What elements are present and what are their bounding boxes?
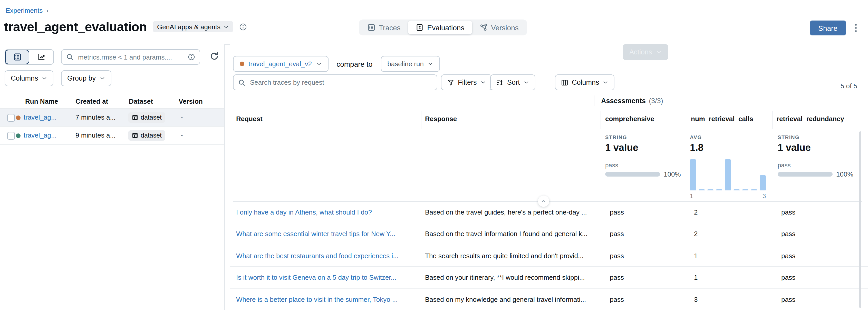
vertical-scrollbar[interactable] — [859, 131, 861, 308]
baseline-run-label: baseline run — [387, 60, 424, 68]
trace-columns-button[interactable]: Columns — [555, 74, 615, 90]
chart-view-toggle[interactable] — [29, 50, 53, 64]
tab-versions[interactable]: Versions — [472, 21, 526, 34]
sort-label: Sort — [507, 79, 520, 86]
dataset-chip[interactable]: dataset — [128, 113, 165, 123]
trace-search-input[interactable] — [249, 78, 432, 87]
histogram-axis: 1 3 — [690, 192, 766, 200]
baseline-run-dropdown[interactable]: baseline run — [381, 56, 440, 72]
assessments-count: (3/3) — [649, 97, 663, 104]
divider — [600, 111, 601, 129]
sort-icon — [496, 79, 503, 86]
column-header-request[interactable]: Request — [236, 115, 262, 123]
retrieval-redundancy-value: pass — [781, 289, 795, 310]
runs-header-dataset: Dataset — [129, 97, 153, 105]
filters-label: Filters — [458, 79, 477, 86]
summary-retrieval-redundancy: STRING 1 value pass 100% — [778, 134, 854, 178]
summary-num-retrieval-calls: AVG 1.8 1 3 — [690, 134, 766, 200]
list-view-toggle[interactable] — [5, 50, 29, 64]
versions-icon — [480, 24, 487, 31]
bar-label: pass — [778, 162, 854, 169]
response-cell: Based on your itinerary, **I would recom… — [425, 267, 585, 288]
compare-to-label: compare to — [337, 60, 372, 68]
dataset-icon — [132, 132, 138, 138]
kebab-menu-icon[interactable] — [851, 21, 861, 35]
response-cell: Based on the travel information I found … — [425, 223, 587, 245]
share-button[interactable]: Share — [810, 21, 846, 35]
run-checkbox[interactable] — [7, 132, 15, 140]
tab-traces[interactable]: Traces — [360, 21, 408, 34]
request-link[interactable]: Is it worth it to visit Geneva on a 5 da… — [236, 267, 396, 288]
run-version: - — [181, 109, 183, 126]
histogram-bar — [699, 189, 705, 190]
trace-row[interactable]: What are some essential winter travel ti… — [230, 223, 868, 245]
column-header-response[interactable]: Response — [425, 115, 457, 123]
view-tabs: Traces Evaluations Versions — [359, 20, 527, 35]
num-retrieval-calls-value: 2 — [694, 223, 698, 245]
breadcrumb-separator: › — [46, 7, 49, 14]
evaluations-panel: travel_agent_eval_v2 compare to baseline… — [230, 44, 868, 310]
histogram-bar — [751, 189, 757, 190]
run-checkbox[interactable] — [7, 114, 15, 122]
info-icon[interactable] — [188, 53, 195, 61]
response-cell: The search results are quite limited and… — [425, 245, 584, 267]
retrieval-redundancy-value: pass — [781, 245, 795, 267]
breadcrumb-experiments-link[interactable]: Experiments — [6, 7, 43, 14]
sort-button[interactable]: Sort — [490, 74, 535, 90]
breadcrumb: Experiments › — [6, 7, 49, 14]
experiment-type-label: GenAI apps & agents — [157, 23, 220, 31]
assessments-title: Assessments — [601, 97, 646, 104]
run-select-dropdown[interactable]: travel_agent_eval_v2 — [233, 56, 328, 72]
column-header-retrieval-redundancy[interactable]: retrieval_redundancy — [777, 115, 844, 123]
trace-row[interactable]: I only have a day in Athens, what should… — [230, 202, 868, 223]
runs-group-by-button[interactable]: Group by — [61, 70, 111, 86]
histogram-bar — [742, 189, 748, 190]
search-icon — [66, 53, 73, 61]
divider — [0, 144, 224, 145]
run-created-at: 7 minutes a... — [75, 109, 116, 126]
list-view-icon — [13, 53, 21, 61]
retrieval-redundancy-value: pass — [781, 202, 795, 223]
chevron-down-icon — [316, 61, 321, 67]
trace-row[interactable]: What are the best restaurants and food e… — [230, 245, 868, 267]
request-link[interactable]: What are the best restaurants and food e… — [236, 245, 399, 267]
num-retrieval-calls-value: 1 — [694, 267, 698, 288]
stat-value: 1 value — [605, 142, 681, 153]
experiment-type-badge[interactable]: GenAI apps & agents — [153, 21, 233, 32]
run-row[interactable]: travel_ag... 7 minutes a... dataset - — [0, 109, 224, 126]
run-name-link[interactable]: travel_ag... — [24, 127, 57, 144]
column-header-num-retrieval-calls[interactable]: num_retrieval_calls — [691, 115, 753, 123]
column-header-comprehensive[interactable]: comprehensive — [605, 115, 654, 123]
response-cell: Based on the travel guides, here's a per… — [425, 202, 587, 223]
dataset-chip-label: dataset — [141, 114, 162, 121]
tab-evaluations[interactable]: Evaluations — [408, 21, 472, 34]
request-link[interactable]: What are some essential winter travel ti… — [236, 223, 395, 245]
dataset-chip[interactable]: dataset — [128, 130, 165, 141]
run-filter-input[interactable] — [77, 53, 184, 61]
histogram-bar — [725, 159, 731, 190]
histogram-bar — [733, 189, 740, 190]
num-retrieval-calls-value: 2 — [694, 202, 698, 223]
refresh-button[interactable] — [209, 51, 220, 62]
filters-button[interactable]: Filters — [441, 74, 492, 90]
stat-value: 1 value — [778, 142, 854, 153]
num-retrieval-calls-histogram — [690, 159, 766, 190]
divider — [772, 111, 773, 129]
request-link[interactable]: Where is a better place to visit in the … — [236, 289, 398, 310]
runs-columns-label: Columns — [11, 74, 38, 82]
runs-columns-button[interactable]: Columns — [5, 70, 54, 86]
comprehensive-value: pass — [610, 202, 624, 223]
trace-row[interactable]: Is it worth it to visit Geneva on a 5 da… — [230, 267, 868, 289]
trace-row[interactable]: Where is a better place to visit in the … — [230, 289, 868, 310]
comprehensive-value: pass — [610, 267, 624, 288]
trace-rows: I only have a day in Athens, what should… — [230, 202, 868, 310]
actions-button[interactable]: Actions — [623, 44, 669, 60]
comprehensive-value: pass — [610, 289, 624, 310]
run-name-link[interactable]: travel_ag... — [24, 109, 57, 126]
info-icon[interactable] — [239, 23, 247, 31]
runs-header-run-name: Run Name — [25, 97, 58, 105]
chevron-down-icon — [428, 61, 433, 67]
run-row[interactable]: travel_ag... 9 minutes a... dataset - — [0, 127, 224, 144]
run-color-dot — [16, 133, 21, 138]
request-link[interactable]: I only have a day in Athens, what should… — [236, 202, 372, 223]
